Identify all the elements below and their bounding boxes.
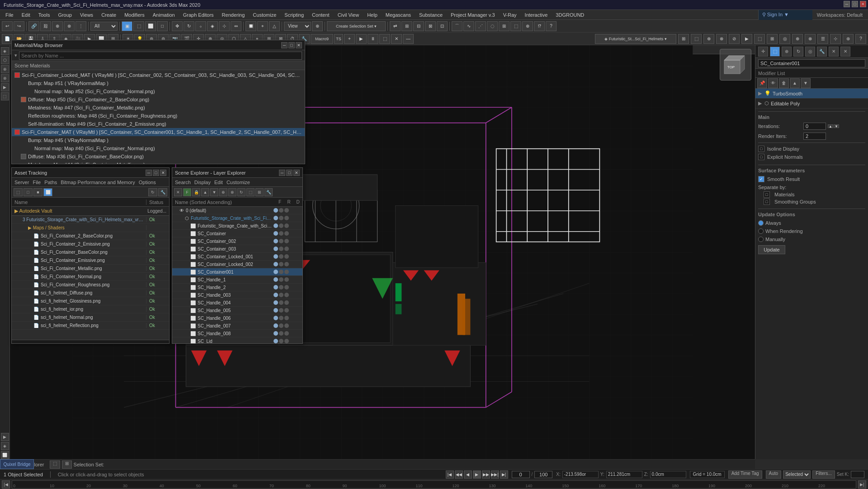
set-k-input[interactable] (851, 471, 864, 478)
menu-substance[interactable]: Substance (415, 11, 446, 19)
at-menu-options[interactable]: Options (139, 180, 156, 185)
menu-edit[interactable]: Edit (18, 11, 34, 19)
pb-start[interactable]: |◀ (446, 470, 454, 479)
se-item[interactable]: ⬜SC_Handle_003 (172, 291, 302, 299)
extra-btn6[interactable]: — (403, 34, 414, 44)
tab-modify[interactable]: ⬚ (770, 47, 780, 57)
timeline-end-btn[interactable]: ▶| (858, 480, 866, 489)
at-menu-paths[interactable]: Paths (44, 180, 57, 185)
se-item[interactable]: ⬜SC_Container_003 (172, 245, 302, 253)
iter-up[interactable]: ▲ (828, 124, 833, 128)
mat-item[interactable]: Bump: Map #51 ( VRayNormalMap ) (12, 79, 305, 87)
curve2-btn[interactable]: ∿ (463, 21, 474, 31)
select-region-btn[interactable]: ⬚ (133, 21, 144, 31)
menu-vray[interactable]: V-Ray (500, 11, 520, 19)
se-tb-3[interactable]: ▼ (210, 188, 218, 196)
mod-move-down-btn[interactable]: ▼ (801, 78, 811, 88)
se-item[interactable]: ⬜SC_Container (172, 230, 302, 237)
at-scrollbar[interactable] (12, 340, 169, 343)
at-tb-3[interactable]: ■ (33, 188, 42, 196)
right-tb8[interactable]: ⊞ (767, 34, 778, 44)
se-tb-8[interactable]: ⊞ (255, 188, 264, 196)
pb-play[interactable]: ▶ (473, 470, 481, 479)
tab-hierarchy[interactable]: ⊕ (782, 47, 792, 57)
filter-dropdown[interactable]: All (90, 22, 118, 31)
mat-search-input[interactable] (19, 52, 302, 60)
left-icon-4[interactable]: ⊗ (1, 74, 9, 82)
right-tb10[interactable]: ⊕ (792, 34, 803, 44)
unlink-btn[interactable]: ⛓ (40, 21, 51, 31)
menu-tools[interactable]: Tools (35, 11, 54, 19)
right-tb6[interactable]: ▶ (741, 34, 752, 44)
se-menu-display[interactable]: Display (194, 180, 211, 185)
materials-checkbox[interactable]: □ (764, 191, 770, 198)
menu-interactive[interactable]: Interactive (521, 11, 552, 19)
at-vault-header[interactable]: ▶ Autodesk VaultLogged... (12, 207, 169, 216)
when-rendering-radio[interactable] (758, 228, 764, 234)
se-tb-1[interactable]: 🔒 (192, 188, 200, 196)
maximize-btn[interactable]: □ (852, 1, 858, 7)
right-tb5[interactable]: ⊘ (729, 34, 740, 44)
mat-item[interactable]: Bump: Map #45 ( VRayNormalMap ) (12, 136, 305, 144)
tab-create[interactable]: ✛ (758, 47, 768, 57)
se-maximize[interactable]: □ (286, 170, 292, 176)
se-item[interactable]: 👁0 (default) (172, 207, 302, 214)
se-item[interactable]: ⬜SC_Handle_005 (172, 307, 302, 314)
at-file-item[interactable]: 📄sci_fi_helmet_Normal.pngOk (12, 313, 169, 322)
quixel-bridge-btn[interactable]: Quixel Bridge (0, 459, 34, 469)
se-tb-6[interactable]: ↻ (237, 188, 245, 196)
align-btn[interactable]: ⊞ (401, 21, 412, 31)
se-tb-close[interactable]: ✕ (174, 188, 182, 196)
se-item[interactable]: ⬡Futuristic_Storage_Crate_with_Sci_Fi_He… (172, 214, 302, 222)
signin-area[interactable]: ⚲ Sign In ▼ (758, 10, 812, 20)
manually-radio[interactable] (758, 237, 764, 242)
se-item[interactable]: ⬜SC_Container_002 (172, 237, 302, 245)
modifier-editable-poly[interactable]: ▶ ⬡ Editable Poly (755, 99, 868, 109)
render-iters-input[interactable] (803, 133, 826, 140)
smoothing-checkbox[interactable]: □ (764, 199, 770, 205)
mat-item[interactable]: Normal map: Map #40 (Sci_Fi_Container_No… (12, 144, 305, 152)
se-item[interactable]: ⬜SC_Container_Locked_002 (172, 261, 302, 268)
extra-btn1[interactable]: + (344, 34, 355, 44)
extra-btn2[interactable]: ▶ (356, 34, 367, 44)
select-btn[interactable]: ▣ (122, 21, 132, 31)
align2-btn[interactable]: ⊟ (413, 21, 424, 31)
at-file-item[interactable]: 📄Sci_Fi_Container_BaseColor.pngOk (12, 248, 169, 256)
view-dropdown[interactable]: View (284, 22, 311, 31)
right-tb1[interactable]: ⊞ (678, 34, 689, 44)
sel-set-icon[interactable]: ⬚ (50, 461, 60, 469)
at-main-file[interactable]: 3 Futuristic_Storage_Crate_with_Sci_Fi_H… (12, 216, 169, 224)
se-tb-9[interactable]: 🔧 (264, 188, 273, 196)
timeline-start-btn[interactable]: |◀ (2, 480, 10, 489)
extra-btn5[interactable]: ✕ (391, 34, 402, 44)
pb-next[interactable]: ▶▶ (482, 470, 490, 479)
mat-item[interactable]: Normal map: Map #52 (Sci_Fi_Container_No… (12, 87, 305, 95)
mirror-btn[interactable]: ⇔ (231, 21, 241, 31)
at-file-item[interactable]: 📄sci_fi_helmet_Reflection.pngOk (12, 322, 169, 330)
mat-browser-close[interactable]: ✕ (296, 42, 302, 48)
tab-utilities[interactable]: 🔧 (817, 47, 827, 57)
frame-number-input[interactable] (512, 471, 530, 478)
at-tb-6[interactable]: 🔧 (158, 188, 167, 196)
menu-3dground[interactable]: 3DGROUND (552, 11, 588, 19)
se-menu-edit[interactable]: Edit (214, 180, 223, 185)
filters-btn[interactable]: Filters... (812, 470, 835, 479)
right-tb3[interactable]: ⊕ (703, 34, 714, 44)
at-tb-1[interactable]: ⬚ (14, 188, 23, 196)
se-minimize[interactable]: ─ (279, 170, 285, 176)
menu-views[interactable]: Views (76, 11, 97, 19)
mat-browser-minimize[interactable]: ─ (281, 42, 288, 48)
mod-move-up-btn[interactable]: ▲ (790, 78, 800, 88)
at-minimize[interactable]: ─ (146, 170, 152, 176)
create-sel-btn[interactable]: Create Selection Set ▾ (327, 21, 386, 31)
selected-dropdown[interactable]: Selected (783, 470, 811, 479)
left-icon-3[interactable]: ⊕ (1, 65, 9, 73)
isoline-checkbox[interactable]: □ (758, 146, 764, 152)
at-maximize[interactable]: □ (153, 170, 159, 176)
pb-next-key[interactable]: ▶▶| (491, 470, 499, 479)
se-tb-7[interactable]: ⬚ (246, 188, 255, 196)
pb-prev[interactable]: ◀ (464, 470, 472, 479)
at-file-item[interactable]: 📄sci_fi_helmet_ior.pngOk (12, 305, 169, 313)
extra4-btn[interactable]: ⊕ (522, 21, 533, 31)
at-menu-file[interactable]: File (33, 180, 41, 185)
